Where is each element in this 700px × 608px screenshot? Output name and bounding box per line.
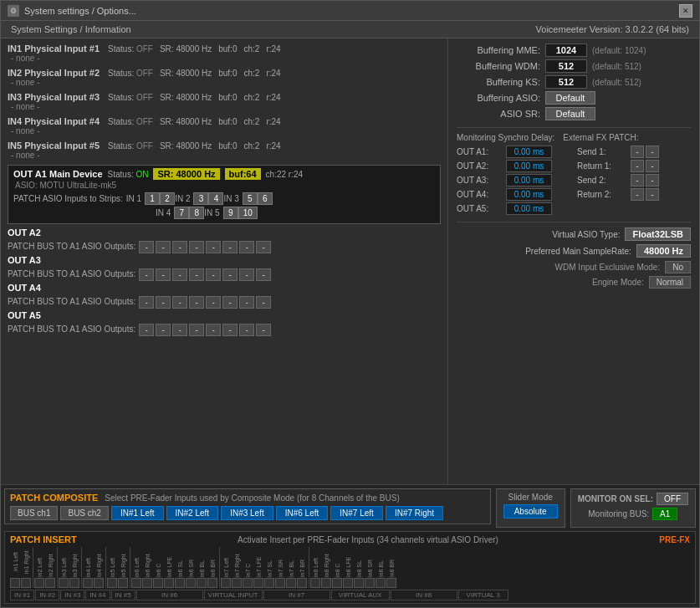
in7-right-btn[interactable]: IN#7 Right [386, 506, 443, 520]
out-a5-btn-3[interactable]: - [172, 324, 187, 336]
virtual-asio-value[interactable]: Float32LSB [625, 227, 691, 241]
send2-btn-2[interactable]: - [646, 174, 659, 186]
ch-in8-bl-toggle[interactable] [376, 578, 386, 588]
in6-left-btn[interactable]: IN#6 Left [276, 506, 329, 520]
ch-in6-right-toggle[interactable] [142, 578, 152, 588]
out-a3-btn-6[interactable]: - [222, 268, 238, 281]
buffer-mme-value[interactable]: 1024 [545, 43, 587, 57]
send1-btn-2[interactable]: - [646, 146, 659, 158]
out-a2-btn-5[interactable]: - [206, 241, 221, 253]
out-a2-btn-7[interactable]: - [239, 241, 254, 253]
ch-in7-sr-toggle[interactable] [275, 578, 285, 588]
ch-in7-br-toggle[interactable] [297, 578, 307, 588]
return1-btn-1[interactable]: - [631, 160, 644, 172]
out-a3-btn-1[interactable]: - [139, 268, 154, 281]
ch-in7-right-toggle[interactable] [232, 578, 242, 588]
out-a4-btn-1[interactable]: - [139, 296, 154, 309]
buffer-ks-value[interactable]: 512 [545, 75, 587, 89]
return2-btn-1[interactable]: - [631, 188, 644, 201]
out-a5-btn-8[interactable]: - [256, 324, 271, 336]
out-a5-btn-4[interactable]: - [189, 324, 204, 336]
ch-in5-left-toggle[interactable] [107, 578, 117, 588]
out-a4-btn-8[interactable]: - [256, 296, 271, 309]
ch-in7-lfe-toggle[interactable] [253, 578, 263, 588]
ch-in2-left-toggle[interactable] [34, 578, 44, 588]
ch-in8-lfe-toggle[interactable] [343, 578, 353, 588]
out-a2-btn-4[interactable]: - [189, 241, 204, 253]
monitor-off-btn[interactable]: OFF [657, 493, 688, 505]
out-a4-delay[interactable]: 0.00 ms [506, 188, 552, 201]
ch-in1-right-toggle[interactable] [21, 578, 31, 588]
ch-in1-left-toggle[interactable] [10, 578, 20, 588]
in7-left-btn[interactable]: IN#7 Left [330, 506, 383, 520]
ch-in8-br-toggle[interactable] [386, 578, 396, 588]
out-a5-btn-6[interactable]: - [222, 324, 238, 336]
out-a5-btn-5[interactable]: - [206, 324, 221, 336]
out-a2-btn-6[interactable]: - [222, 241, 238, 253]
return1-btn-2[interactable]: - [646, 160, 659, 172]
in4-btn-8[interactable]: 8 [189, 207, 204, 219]
in5-btn-10[interactable]: 10 [238, 207, 258, 219]
ch-in6-br-toggle[interactable] [207, 578, 217, 588]
buffer-asio-btn[interactable]: Default [545, 91, 595, 105]
buffer-wdm-value[interactable]: 512 [545, 59, 587, 73]
slider-mode-btn[interactable]: Absolute [503, 504, 558, 519]
bus-ch1-btn[interactable]: BUS ch1 [10, 506, 58, 520]
ch-in6-c-toggle[interactable] [153, 578, 163, 588]
out-a4-btn-3[interactable]: - [172, 296, 187, 309]
ch-in6-bl-toggle[interactable] [197, 578, 207, 588]
ch-in7-bl-toggle[interactable] [286, 578, 296, 588]
in3-btn-5[interactable]: 5 [243, 192, 258, 205]
ch-in8-right-toggle[interactable] [321, 578, 331, 588]
ch-in7-sl-toggle[interactable] [264, 578, 274, 588]
out-a3-btn-4[interactable]: - [189, 268, 204, 281]
ch-in2-right-toggle[interactable] [45, 578, 55, 588]
out-a4-btn-5[interactable]: - [206, 296, 221, 309]
ch-in6-lfe-toggle[interactable] [164, 578, 174, 588]
ch-in4-right-toggle[interactable] [94, 578, 104, 588]
ch-in3-right-toggle[interactable] [69, 578, 79, 588]
out-a5-btn-1[interactable]: - [139, 324, 154, 336]
ch-in7-left-toggle[interactable] [221, 578, 231, 588]
in1-btn-2[interactable]: 2 [160, 192, 175, 205]
out-a3-btn-2[interactable]: - [156, 268, 171, 281]
send1-btn-1[interactable]: - [631, 146, 644, 158]
out-a2-btn-3[interactable]: - [172, 241, 187, 253]
in5-btn-9[interactable]: 9 [223, 207, 238, 219]
in1-left-btn[interactable]: IN#1 Left [111, 506, 164, 520]
ch-in8-c-toggle[interactable] [332, 578, 342, 588]
out-a2-delay[interactable]: 0.00 ms [506, 160, 552, 172]
ch-in5-right-toggle[interactable] [118, 578, 128, 588]
in2-btn-3[interactable]: 3 [193, 192, 208, 205]
out-a3-btn-7[interactable]: - [239, 268, 254, 281]
ch-in8-sl-toggle[interactable] [354, 578, 364, 588]
in3-btn-6[interactable]: 6 [258, 192, 273, 205]
out-a3-delay[interactable]: 0.00 ms [506, 174, 552, 186]
ch-in4-left-toggle[interactable] [83, 578, 93, 588]
out-a4-btn-4[interactable]: - [189, 296, 204, 309]
in4-btn-7[interactable]: 7 [174, 207, 189, 219]
close-button[interactable]: ✕ [679, 4, 692, 18]
out-a1-delay[interactable]: 0.00 ms [506, 146, 552, 158]
send2-btn-1[interactable]: - [631, 174, 644, 186]
ch-in8-left-toggle[interactable] [310, 578, 320, 588]
bus-ch2-btn[interactable]: BUS ch2 [60, 506, 108, 520]
out-a4-btn-6[interactable]: - [222, 296, 238, 309]
out-a3-btn-3[interactable]: - [172, 268, 187, 281]
ch-in8-sr-toggle[interactable] [365, 578, 375, 588]
out-a2-btn-1[interactable]: - [139, 241, 154, 253]
return2-btn-2[interactable]: - [646, 188, 659, 201]
out-a3-btn-8[interactable]: - [256, 268, 271, 281]
out-a5-btn-7[interactable]: - [239, 324, 254, 336]
ch-in7-c-toggle[interactable] [243, 578, 253, 588]
ch-in6-sl-toggle[interactable] [175, 578, 185, 588]
ch-in3-left-toggle[interactable] [59, 578, 69, 588]
out-a2-btn-8[interactable]: - [256, 241, 271, 253]
out-a4-btn-2[interactable]: - [156, 296, 171, 309]
ch-in6-sr-toggle[interactable] [186, 578, 196, 588]
asio-sr-btn[interactable]: Default [545, 107, 595, 120]
wdm-no-btn[interactable]: No [665, 261, 691, 273]
out-a4-btn-7[interactable]: - [239, 296, 254, 309]
in3-left-btn[interactable]: IN#3 Left [221, 506, 273, 520]
out-a5-delay[interactable]: 0.00 ms [506, 202, 552, 215]
